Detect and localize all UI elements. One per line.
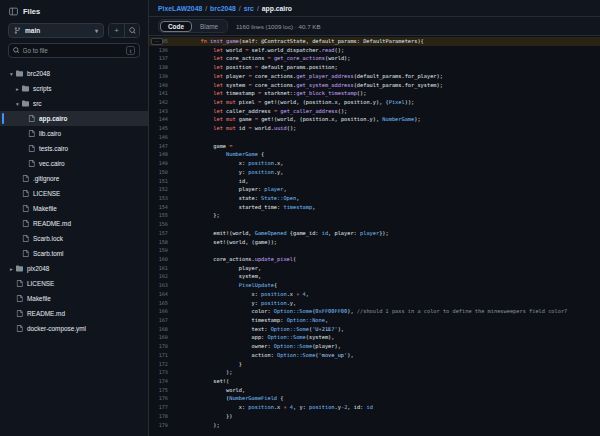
chevron-right-icon[interactable]: ▸: [7, 266, 16, 272]
tree-item-LICENSE[interactable]: LICENSE: [0, 186, 148, 201]
tree-item-brc2048[interactable]: ▾brc2048: [0, 66, 148, 81]
line-number[interactable]: 138: [149, 63, 175, 72]
line-number[interactable]: 144: [149, 115, 175, 124]
code-text: emit!(world, GameOpened {game_id: id, pl…: [175, 229, 600, 238]
branch-selector[interactable]: main ▾: [8, 23, 104, 38]
line-number[interactable]: 146: [149, 133, 175, 142]
code-text: app: Option::Some(system),: [175, 333, 600, 342]
side-panel-icon[interactable]: [9, 7, 18, 16]
code-line: 167 timestamp: Option::None,: [149, 316, 600, 325]
tree-item-README.md[interactable]: README.md: [0, 306, 148, 321]
view-switcher: Code Blame: [158, 19, 228, 33]
line-number[interactable]: 173: [149, 368, 175, 377]
line-number[interactable]: 168: [149, 325, 175, 334]
code-line: 171 action: Option::Some('move_up'),: [149, 351, 600, 360]
line-number[interactable]: 169: [149, 333, 175, 342]
breadcrumb-repo[interactable]: PixeLAW2048: [158, 5, 202, 12]
line-number[interactable]: 177: [149, 403, 175, 412]
files-title: Files: [23, 7, 40, 16]
tree-item-docker-compose.yml[interactable]: docker-compose.yml: [0, 321, 148, 336]
tree-item-label: Scarb.lock: [33, 235, 63, 242]
line-number[interactable]: 160: [149, 255, 175, 264]
icon-wrap: [16, 325, 23, 332]
tree-item-label: Scarb.toml: [33, 250, 64, 257]
line-number[interactable]: 174: [149, 377, 175, 386]
code-text: let timestamp = starknet::get_block_time…: [175, 89, 600, 98]
breadcrumb-folder-src[interactable]: src: [244, 5, 254, 12]
line-number[interactable]: 161: [149, 264, 175, 273]
file-icon: [22, 235, 29, 242]
file-icon: [22, 190, 29, 197]
line-number[interactable]: 157: [149, 229, 175, 238]
tree-item-src[interactable]: ▾src: [0, 96, 148, 111]
line-number[interactable]: 151: [149, 177, 175, 186]
line-number[interactable]: 143: [149, 107, 175, 116]
line-number[interactable]: 147: [149, 142, 175, 151]
line-number[interactable]: 156: [149, 220, 175, 229]
tree-item-LICENSE[interactable]: LICENSE: [0, 276, 148, 291]
chevron-right-icon[interactable]: ▸: [13, 86, 22, 92]
tree-item-Scarb.lock[interactable]: Scarb.lock: [0, 231, 148, 246]
line-number[interactable]: 172: [149, 360, 175, 369]
line-number[interactable]: 154: [149, 203, 175, 212]
line-number[interactable]: 153: [149, 194, 175, 203]
tree-item-Makefile[interactable]: Makefile: [0, 201, 148, 216]
line-number[interactable]: 139: [149, 72, 175, 81]
line-number[interactable]: 150: [149, 168, 175, 177]
sidebar-controls: main ▾ +: [0, 21, 148, 42]
tab-code[interactable]: Code: [160, 21, 192, 32]
code-line: 170 owner: Option::Some(player),: [149, 342, 600, 351]
code-line: 174 set!(: [149, 377, 600, 386]
tree-item-README.md[interactable]: README.md: [0, 216, 148, 231]
line-number[interactable]: 166: [149, 307, 175, 316]
folder-icon: [16, 265, 23, 272]
search-button[interactable]: [124, 24, 139, 37]
line-number[interactable]: 142: [149, 98, 175, 107]
line-number[interactable]: 171: [149, 351, 175, 360]
line-number[interactable]: 152: [149, 185, 175, 194]
tree-item-lib.cairo[interactable]: lib.cairo: [0, 126, 148, 141]
code-text: let caller_address = get_caller_address(…: [175, 107, 600, 116]
line-number[interactable]: 155: [149, 211, 175, 220]
line-number[interactable]: 176: [149, 394, 175, 403]
file-meta: 1160 lines (1009 loc) · 40.7 KB: [236, 23, 321, 30]
tree-item-pix2048[interactable]: ▸pix2048: [0, 261, 148, 276]
line-number[interactable]: 179: [149, 421, 175, 430]
add-file-button[interactable]: +: [109, 24, 124, 37]
line-number[interactable]: 162: [149, 272, 175, 281]
line-number[interactable]: 170: [149, 342, 175, 351]
line-menu-button[interactable]: ···: [151, 38, 163, 45]
tree-item-scripts[interactable]: ▸scripts: [0, 81, 148, 96]
go-to-file-input[interactable]: [23, 47, 124, 54]
file-icon: [22, 250, 29, 257]
line-number[interactable]: 137: [149, 54, 175, 63]
code-text: x: position.x + 4, y: position.y-2, id: …: [175, 403, 600, 412]
tree-item-.gitignore[interactable]: .gitignore: [0, 171, 148, 186]
code-text: x: position.x,: [175, 159, 600, 168]
chevron-down-icon[interactable]: ▾: [7, 71, 16, 77]
line-number[interactable]: 175: [149, 386, 175, 395]
line-number[interactable]: 178: [149, 412, 175, 421]
go-to-file-box[interactable]: t: [8, 43, 140, 58]
line-number[interactable]: 165: [149, 299, 175, 308]
tree-item-Makefile[interactable]: Makefile: [0, 291, 148, 306]
chevron-down-icon[interactable]: ▾: [13, 101, 22, 107]
line-number[interactable]: 163: [149, 281, 175, 290]
tree-item-vec.cairo[interactable]: vec.cairo: [0, 156, 148, 171]
line-number[interactable]: 148: [149, 150, 175, 159]
line-number[interactable]: 167: [149, 316, 175, 325]
breadcrumb-folder-brc2048[interactable]: brc2048: [210, 5, 236, 12]
line-number[interactable]: 159: [149, 246, 175, 255]
line-number[interactable]: 136: [149, 46, 175, 55]
line-number[interactable]: 140: [149, 81, 175, 90]
tree-item-tests.cairo[interactable]: tests.cairo: [0, 141, 148, 156]
line-number[interactable]: 158: [149, 238, 175, 247]
line-number[interactable]: 149: [149, 159, 175, 168]
tree-item-Scarb.toml[interactable]: Scarb.toml: [0, 246, 148, 261]
line-number[interactable]: 145: [149, 124, 175, 133]
line-number[interactable]: 141: [149, 89, 175, 98]
tree-item-app.cairo[interactable]: app.cairo: [0, 111, 148, 126]
line-number[interactable]: 164: [149, 290, 175, 299]
code-text: player: player,: [175, 185, 600, 194]
tab-blame[interactable]: Blame: [192, 21, 226, 32]
